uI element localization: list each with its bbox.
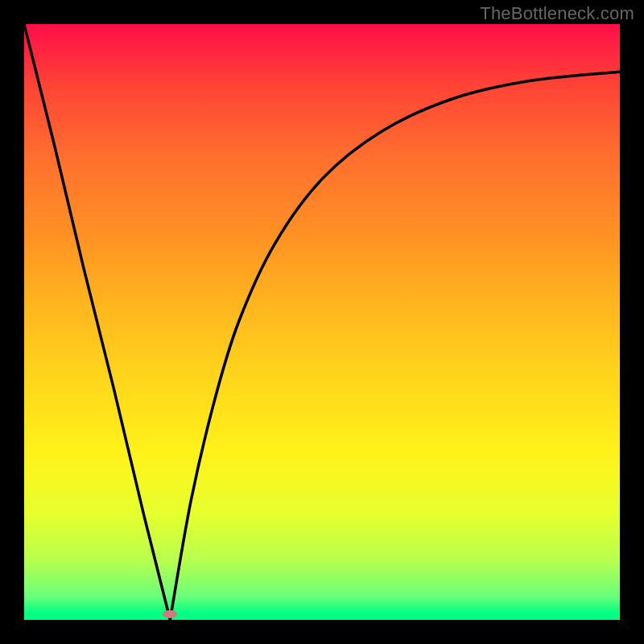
chart-frame: TheBottleneck.com: [0, 0, 644, 644]
bottleneck-curve: [24, 24, 620, 620]
minimum-marker: [163, 610, 177, 618]
watermark-text: TheBottleneck.com: [480, 3, 634, 24]
plot-area: [24, 24, 620, 620]
